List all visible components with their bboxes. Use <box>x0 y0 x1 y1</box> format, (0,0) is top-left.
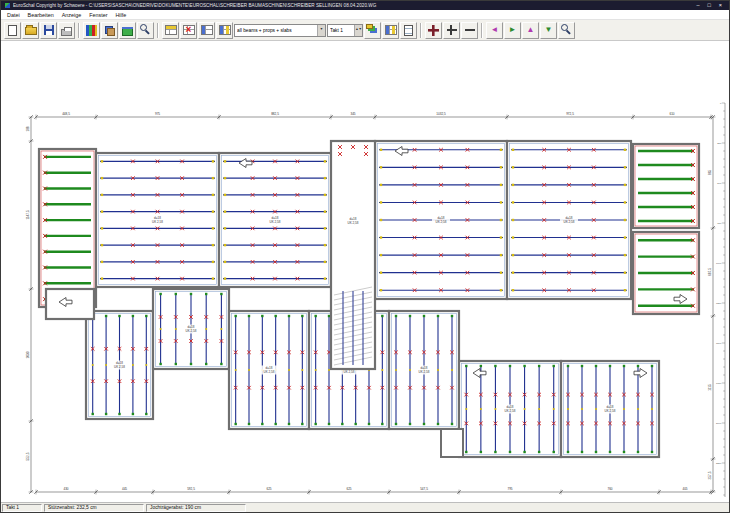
toolbar-separator <box>420 23 422 38</box>
cubes-icon <box>104 25 115 36</box>
room-vertical-beams: d=18UK 2,58 <box>86 311 153 419</box>
svg-text:UK 2,58: UK 2,58 <box>436 220 447 224</box>
minimize-button[interactable]: – <box>696 1 699 10</box>
svg-text:625: 625 <box>346 487 351 491</box>
svg-text:2000: 2000 <box>716 422 722 424</box>
save-button[interactable] <box>40 22 57 39</box>
arr-down-icon: ▼ <box>543 24 555 36</box>
arr-up-icon: ▲ <box>525 24 537 36</box>
arr-right-icon: ► <box>507 24 519 36</box>
app-icon <box>5 3 10 8</box>
plan-notch <box>441 429 463 457</box>
room-vertical-beams: d=18UK 2,58 <box>459 361 561 457</box>
svg-text:625: 625 <box>266 487 271 491</box>
svg-text:500: 500 <box>717 182 722 184</box>
svg-text:1032,5: 1032,5 <box>436 112 446 116</box>
svg-text:445: 445 <box>122 487 127 491</box>
stuetzenabstand-value: Stützenabst: 232,5 cm <box>44 504 144 512</box>
svg-text:1500: 1500 <box>716 342 722 344</box>
slab-view-button[interactable] <box>119 22 136 39</box>
svg-text:UK 2,58: UK 2,58 <box>270 220 281 224</box>
print-button[interactable] <box>58 22 75 39</box>
toolbar: all beams + props + slabs▼Takt 1▲▼◄►▲▼ <box>1 20 729 41</box>
notes-button[interactable] <box>400 22 417 39</box>
pan-right-button[interactable]: ► <box>504 22 521 39</box>
dimension-line-v: 865687,51115257,5 <box>708 115 715 494</box>
menu-bearbeiten[interactable]: Bearbeiten <box>24 12 58 18</box>
minus-icon <box>465 25 475 35</box>
view-filter-dropdown[interactable]: all beams + props + slabs▼ <box>234 24 326 37</box>
svg-text:UK 2,58: UK 2,58 <box>419 370 430 374</box>
menu-datei[interactable]: Datei <box>3 12 24 18</box>
svg-text:250: 250 <box>717 142 722 144</box>
pan-down-button[interactable]: ▼ <box>540 22 557 39</box>
svg-text:1250: 1250 <box>716 302 722 304</box>
dropdown-caret-icon[interactable]: ▼ <box>317 25 325 36</box>
jochtraegerabstand-value: Jochträgerabst: 190 cm <box>146 504 246 512</box>
zoom-out-button[interactable] <box>461 22 478 39</box>
svg-text:592,5: 592,5 <box>187 487 195 491</box>
grid-color-button[interactable] <box>382 22 399 39</box>
svg-text:760: 760 <box>607 487 612 491</box>
grid-delete-button[interactable] <box>180 22 197 39</box>
menu-hilfe[interactable]: Hilfe <box>111 12 130 18</box>
dimension-line-h: 430445592,5625625547,5795760405 <box>34 487 713 494</box>
pan-button[interactable] <box>425 22 442 39</box>
save-icon <box>44 25 54 35</box>
pan-icon <box>428 25 439 36</box>
open-file-button[interactable] <box>22 22 39 39</box>
svg-text:795: 795 <box>507 487 512 491</box>
maximize-button[interactable]: □ <box>707 1 710 10</box>
room-vertical-beams: d=18UK 2,58 <box>229 311 309 429</box>
takt-spinner[interactable]: Takt 1▲▼ <box>327 24 363 37</box>
room-horizontal-beams: d=18UK 2,58 <box>507 141 631 299</box>
pan-left-button[interactable]: ◄ <box>486 22 503 39</box>
zoom-in-button[interactable] <box>443 22 460 39</box>
svg-text:1147,5: 1147,5 <box>26 210 30 220</box>
grid-cols-icon <box>219 25 231 35</box>
svg-text:448,5: 448,5 <box>62 112 70 116</box>
close-button[interactable]: × <box>719 1 722 10</box>
magnifier-icon <box>140 24 147 31</box>
spinner-arrows-icon[interactable]: ▲▼ <box>354 25 362 36</box>
window-controls: – □ × <box>696 1 725 10</box>
svg-text:0: 0 <box>720 102 722 104</box>
new-document-button[interactable] <box>4 22 21 39</box>
layers-button[interactable] <box>364 22 381 39</box>
svg-text:750: 750 <box>717 222 722 224</box>
green-beam-section <box>39 149 96 307</box>
stair-core: d=18UK 2,58 <box>331 141 375 369</box>
statusbar: Takt 1Stützenabst: 232,5 cmJochträgerabs… <box>1 502 729 512</box>
table-blue-button[interactable] <box>198 22 215 39</box>
zoom-info-button[interactable] <box>137 22 154 39</box>
print-icon <box>61 29 72 36</box>
open-icon <box>25 27 37 35</box>
takt-indicator: Takt 1 <box>2 504 42 512</box>
menu-fenster[interactable]: Fenster <box>85 12 111 18</box>
room-horizontal-beams: d=18UK 2,58 <box>219 153 331 287</box>
svg-text:865: 865 <box>708 170 712 175</box>
formwork-3d-button[interactable] <box>101 22 118 39</box>
svg-text:2250: 2250 <box>716 462 722 464</box>
grid-redx-icon <box>183 25 195 35</box>
zoom-window-button[interactable] <box>558 22 575 39</box>
svg-text:687,5: 687,5 <box>708 268 712 276</box>
room-vertical-beams: d=18UK 2,58 <box>389 311 459 429</box>
menu-anzeige[interactable]: Anzeige <box>58 12 85 18</box>
euroschal-logo-button[interactable] <box>83 22 100 39</box>
svg-text:345: 345 <box>350 112 355 116</box>
grid-yellow-icon <box>165 25 177 35</box>
svg-text:1000: 1000 <box>716 262 722 264</box>
notes-icon <box>404 25 413 36</box>
app-window: EuroSchal Copyright by Schwoere - C:\USE… <box>0 0 730 513</box>
green-beam-section <box>633 232 699 314</box>
pan-up-button[interactable]: ▲ <box>522 22 539 39</box>
room-horizontal-beams: d=18UK 2,58 <box>375 141 507 299</box>
svg-text:UK 2,58: UK 2,58 <box>348 221 359 225</box>
table-columns-button[interactable] <box>216 22 233 39</box>
grid-yellow-button[interactable] <box>162 22 179 39</box>
floor-plan[interactable]: 448,5975882,53451032,5972,5610430445592,… <box>1 41 729 502</box>
svg-text:UK 2,58: UK 2,58 <box>152 220 163 224</box>
svg-text:547,5: 547,5 <box>420 487 428 491</box>
dimension-line-h: 448,5975882,53451032,5972,5610 <box>34 112 713 119</box>
